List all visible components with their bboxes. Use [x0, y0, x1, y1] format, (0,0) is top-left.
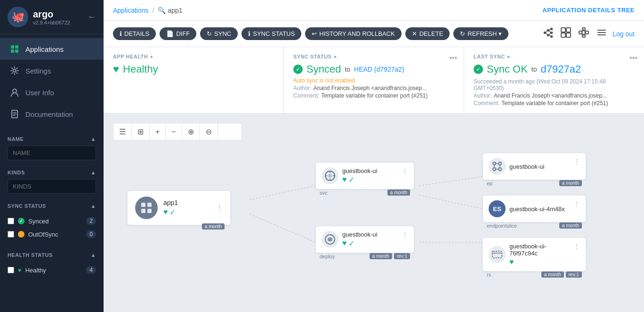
logout-button[interactable]: Log out [612, 30, 635, 38]
outofsync-label: OutOfSync [28, 231, 58, 238]
details-button[interactable]: ℹ DETAILS [113, 27, 156, 40]
list-view-button[interactable] [595, 25, 609, 42]
svg-rect-21 [561, 33, 565, 37]
zoom-in-button[interactable]: + [150, 124, 166, 140]
ep-node[interactable]: guestbook-ui ⋮ ep a month [483, 153, 586, 180]
sync-button[interactable]: ↻ SYNC [200, 27, 238, 40]
endpointslice-label: endpointslice [487, 223, 517, 229]
last-sync-text: Sync OK [487, 63, 528, 75]
diff-button[interactable]: 📄 DIFF [160, 27, 196, 40]
endpointslice-node[interactable]: ES guestbook-ui-4m48x ⋮ endpointslice a … [483, 195, 586, 222]
health-healthy-checkbox[interactable] [8, 267, 14, 273]
outofsync-count: 0 [86, 230, 96, 238]
history-label: HISTORY AND ROLLBACK [319, 30, 394, 37]
delete-button[interactable]: ✕ DELETE [405, 27, 450, 40]
last-sync-value: ✓ Sync OK to d7927a2 [474, 63, 635, 75]
name-section-title[interactable]: NAME ▲ [8, 136, 96, 142]
svc-node-more-button[interactable]: ⋮ [402, 167, 408, 175]
rs-health-icon: ♥ [509, 258, 514, 266]
deploy-node[interactable]: guestbook-ui ♥ ✓ ⋮ deploy a month rev:1 [315, 226, 414, 253]
tree-grid-view-button[interactable]: ⊞ [132, 123, 150, 140]
sidebar-item-user-info[interactable]: User Info [0, 82, 104, 103]
history-rollback-button[interactable]: ↩ HISTORY AND ROLLBACK [305, 27, 401, 40]
svg-rect-2 [11, 49, 14, 53]
app-details-tree-link[interactable]: APPLICATION DETAILS TREE [542, 7, 635, 14]
sync-synced-checkbox[interactable] [8, 218, 14, 224]
kinds-section-title[interactable]: KINDS ▲ [8, 170, 96, 175]
refresh-button[interactable]: ↻ REFRESH ▾ [453, 27, 508, 40]
rs-node-status: ♥ [509, 258, 570, 266]
sidebar-item-documentation[interactable]: Documentation [0, 103, 104, 125]
endpointslice-node-more-button[interactable]: ⋮ [573, 200, 580, 208]
name-filter-section: NAME ▲ [0, 129, 104, 162]
last-sync-commit-link[interactable]: d7927a2 [541, 63, 581, 75]
svg-rect-23 [579, 31, 582, 34]
app-sync-check: ✓ [169, 208, 176, 217]
sync-status-section: SYNC STATUS ▲ [0, 196, 104, 211]
app-node-more-button[interactable]: ⋮ [216, 204, 223, 212]
breadcrumb-apps-link[interactable]: Applications [113, 7, 149, 14]
tree-view-button[interactable] [541, 25, 555, 42]
ep-node-icon [489, 158, 506, 175]
grid-view-button[interactable] [559, 25, 573, 42]
svg-point-53 [493, 168, 496, 171]
kinds-filter-input[interactable] [8, 179, 96, 194]
argo-version: v2.9.4+bb06722 [33, 20, 70, 25]
sync-outofsync-item[interactable]: OutOfSync 0 [8, 228, 96, 241]
synced-check-icon: ✓ [293, 65, 303, 74]
svg-rect-8 [547, 29, 549, 32]
sync-status-button[interactable]: ℹ SYNC STATUS [242, 27, 301, 40]
back-button[interactable]: ← [88, 12, 96, 22]
app-node[interactable]: app1 ♥ ✓ ⋮ a month [127, 190, 231, 225]
rs-node-icon [489, 246, 506, 263]
sync-status-info-icon: ● [334, 54, 337, 59]
network-view-button[interactable] [577, 25, 591, 42]
deploy-sync-icon: ✓ [348, 239, 354, 248]
sync-comment-row: Comment: Template variable for container… [293, 92, 454, 99]
svg-point-44 [328, 174, 332, 178]
details-icon: ℹ [120, 30, 122, 37]
sync-comment-label: Comment: [293, 92, 319, 99]
sync-items: ✓ Synced 2 OutOfSync 0 [0, 211, 104, 245]
sync-status-title[interactable]: SYNC STATUS ▲ [8, 203, 96, 209]
zoom-fit-button[interactable]: ⊕ [182, 123, 200, 140]
svc-node-status: ♥ ✓ [342, 175, 377, 184]
sync-synced-item[interactable]: ✓ Synced 2 [8, 214, 96, 228]
zoom-input[interactable]: 100% [218, 128, 242, 135]
tree-list-view-button[interactable]: ☰ [113, 123, 132, 140]
applications-icon [9, 44, 20, 54]
name-filter-input[interactable] [8, 146, 96, 160]
auto-sync-note: Auto sync is not enabled. [293, 77, 454, 84]
svg-rect-12 [550, 35, 553, 38]
svg-rect-39 [141, 203, 145, 207]
svc-node[interactable]: guestbook-ui ♥ ✓ ⋮ svc a month [315, 162, 414, 189]
sync-branch-commit[interactable]: HEAD (d7927a2) [354, 66, 404, 73]
argo-brand: argo v2.9.4+bb06722 [33, 9, 70, 25]
sidebar-item-settings[interactable]: Settings [0, 60, 104, 82]
chevron-up-icon-kinds: ▲ [91, 170, 96, 175]
svg-rect-9 [547, 34, 549, 36]
zoom-out-button[interactable]: − [166, 124, 182, 140]
health-status-title[interactable]: HEALTH STATUS ▲ [8, 252, 96, 258]
ep-node-more-button[interactable]: ⋮ [573, 158, 580, 165]
health-healthy-item[interactable]: ♥ Healthy 4 [8, 263, 96, 277]
sidebar-item-applications[interactable]: Applications [0, 38, 104, 60]
tree-area[interactable]: ☰ ⊞ + − ⊕ ⊖ 100% [104, 114, 644, 312]
zoom-out2-button[interactable]: ⊖ [200, 123, 218, 140]
svg-rect-7 [544, 32, 546, 34]
deploy-node-more-button[interactable]: ⋮ [402, 231, 408, 238]
details-label: DETAILS [124, 30, 149, 37]
sync-to: to [345, 66, 350, 73]
argo-name: argo [33, 9, 70, 20]
last-sync-more-button[interactable]: ••• [629, 54, 637, 62]
chevron-up-icon-health: ▲ [91, 252, 96, 258]
chevron-up-icon: ▲ [91, 136, 96, 142]
main-content: Applications / 🔍 app1 APPLICATION DETAIL… [104, 0, 644, 312]
app-node-name: app1 [163, 199, 210, 206]
rs-node-more-button[interactable]: ⋮ [573, 243, 580, 250]
sync-status-more-button[interactable]: ••• [449, 54, 457, 62]
rs-node[interactable]: guestbook-ui-76f97c94c ♥ ⋮ rs a month re… [483, 238, 586, 271]
last-sync-card: LAST SYNC ● ••• ✓ Sync OK to d7927a2 Suc… [464, 47, 644, 113]
svg-line-17 [549, 33, 550, 35]
sync-outofsync-checkbox[interactable] [8, 231, 14, 238]
